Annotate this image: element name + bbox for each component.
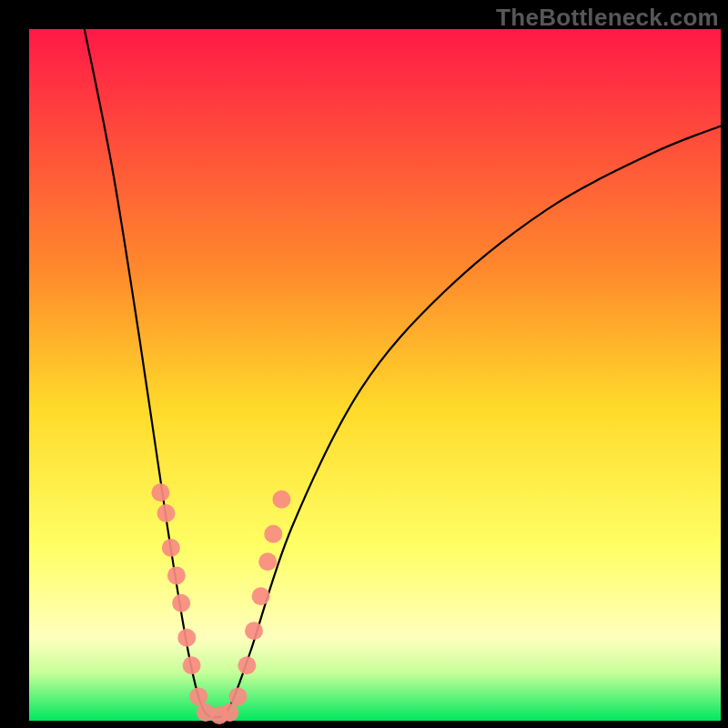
data-marker bbox=[220, 703, 238, 722]
plot-background bbox=[29, 29, 721, 721]
chart-svg bbox=[0, 0, 728, 728]
data-marker bbox=[177, 629, 196, 647]
data-marker bbox=[151, 483, 169, 501]
data-marker bbox=[172, 594, 190, 612]
watermark-text: TheBottleneck.com bbox=[496, 4, 719, 32]
data-marker bbox=[264, 525, 282, 543]
data-marker bbox=[183, 656, 201, 674]
bottleneck-chart: TheBottleneck.com bbox=[0, 0, 728, 728]
data-marker bbox=[157, 504, 175, 522]
data-marker bbox=[252, 587, 270, 605]
data-marker bbox=[238, 656, 256, 674]
data-marker bbox=[167, 566, 186, 584]
data-marker bbox=[272, 490, 290, 509]
data-marker bbox=[189, 687, 207, 705]
data-marker bbox=[258, 552, 277, 571]
data-marker bbox=[229, 687, 248, 705]
data-marker bbox=[162, 539, 180, 557]
data-marker bbox=[245, 622, 263, 640]
